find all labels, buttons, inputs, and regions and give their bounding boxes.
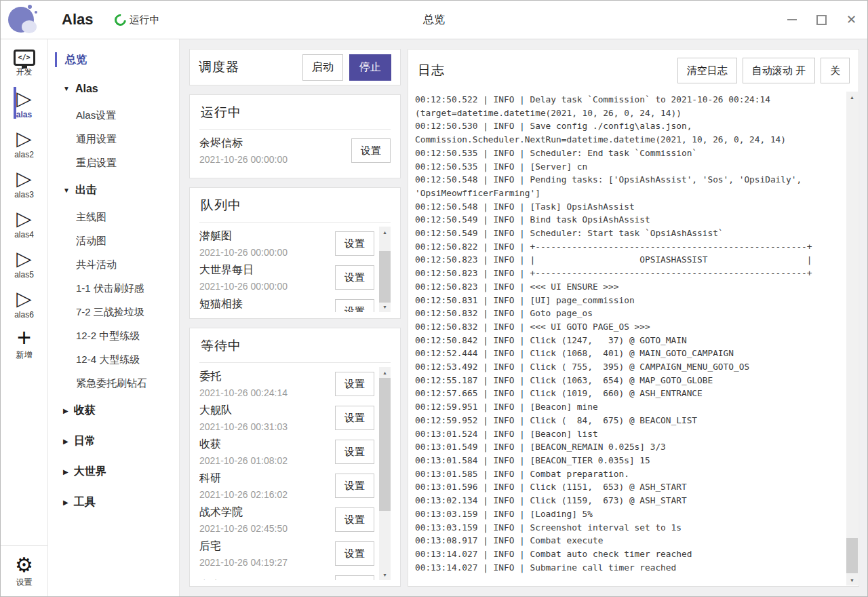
scroll-up-icon[interactable]: ▲ bbox=[846, 92, 858, 102]
scrollbar-thumb[interactable] bbox=[846, 538, 858, 573]
task-settings-button[interactable]: 设置 bbox=[335, 474, 374, 498]
nav-group-大世界[interactable]: ▶大世界 bbox=[48, 457, 179, 487]
nav-sub-Alas设置[interactable]: Alas设置 bbox=[48, 104, 179, 128]
scheduler-stop-button[interactable]: 停止 bbox=[349, 54, 391, 81]
scheduler-panel: 调度器 启动 停止 bbox=[189, 49, 401, 85]
clear-log-button[interactable]: 清空日志 bbox=[677, 58, 737, 83]
play-icon: ▷ bbox=[16, 168, 31, 189]
nav-group-日常[interactable]: ▶日常 bbox=[48, 426, 179, 457]
main-content: 调度器 启动 停止 运行中 余烬信标2021-10-26 00:00:00设置 … bbox=[180, 39, 867, 596]
log-line: 00:12:50.522 | INFO | Delay task `Commis… bbox=[415, 93, 844, 107]
maximize-button[interactable] bbox=[816, 15, 827, 25]
task-info: 潜艇图2021-10-26 00:00:00 bbox=[199, 229, 335, 258]
scroll-up-icon[interactable]: ▲ bbox=[379, 227, 391, 237]
log-line: 00:12:50.549 | INFO | Scheduler: Start t… bbox=[415, 227, 844, 240]
task-settings-button[interactable]: 设置 bbox=[351, 138, 391, 163]
status-text: 运行中 bbox=[129, 14, 159, 26]
waiting-title: 等待中 bbox=[199, 336, 391, 363]
titlebar: Alas 运行中 总览 ✕ bbox=[1, 1, 867, 39]
log-title: 日志 bbox=[418, 62, 445, 79]
sidebar-item-alas2[interactable]: ▷alas2 bbox=[14, 123, 35, 163]
log-line: 00:12:55.187 | INFO | Click (1063, 654) … bbox=[415, 374, 844, 387]
nav-group-Alas[interactable]: ▼Alas bbox=[48, 73, 179, 104]
nav-sub-7-2 三战捡垃圾[interactable]: 7-2 三战捡垃圾 bbox=[48, 301, 179, 324]
log-line: 00:12:50.823 | INFO | <<< UI ENSURE >>> bbox=[415, 280, 844, 294]
sidebar-item-alas4[interactable]: ▷alas4 bbox=[14, 204, 35, 244]
nav-sidebar: 总览▼AlasAlas设置通用设置重启设置▼出击主线图活动图共斗活动1-1 伏击… bbox=[48, 39, 180, 596]
collapsed-arrow-icon: ▶ bbox=[63, 499, 68, 506]
autoscroll-on-button[interactable]: 自动滚动 开 bbox=[743, 58, 815, 83]
profile-sidebar: </>开发▷alas▷alas2▷alas3▷alas4▷alas5▷alas6… bbox=[1, 39, 48, 596]
waiting-scrollbar[interactable]: ▲ ▼ bbox=[379, 367, 391, 580]
task-time: 2021-10-26 04:19:27 bbox=[199, 557, 335, 568]
task-name: 科研 bbox=[199, 471, 335, 486]
task-settings-button[interactable]: 设置 bbox=[335, 440, 374, 464]
task-settings-button[interactable]: 设置 bbox=[335, 507, 374, 532]
scrollbar-thumb[interactable] bbox=[379, 378, 391, 511]
nav-sub-主线图[interactable]: 主线图 bbox=[48, 206, 179, 229]
pending-scrollbar[interactable]: ▲ ▼ bbox=[379, 227, 391, 312]
nav-group-工具[interactable]: ▶工具 bbox=[48, 487, 179, 518]
log-line: 00:12:50.530 | INFO | Save config ./conf… bbox=[415, 119, 844, 133]
nav-sub-活动图[interactable]: 活动图 bbox=[48, 229, 179, 253]
nav-sub-重启设置[interactable]: 重启设置 bbox=[48, 151, 179, 175]
nav-sub-共斗活动[interactable]: 共斗活动 bbox=[48, 253, 179, 277]
log-line: 00:13:03.159 | INFO | Screenshot interva… bbox=[415, 521, 844, 535]
scrollbar-thumb[interactable] bbox=[379, 251, 391, 303]
nav-sub-紧急委托刷钻石[interactable]: 紧急委托刷钻石 bbox=[48, 372, 179, 396]
task-settings-button[interactable]: 设置 bbox=[335, 406, 374, 430]
sidebar-item-alas6[interactable]: ▷alas6 bbox=[14, 284, 35, 324]
task-info: 科研2021-10-26 02:16:02 bbox=[199, 471, 335, 500]
nav-label: 重启设置 bbox=[76, 157, 117, 170]
task-settings-button[interactable]: 设置 bbox=[335, 372, 374, 396]
log-output[interactable]: 00:12:50.522 | INFO | Delay task `Commis… bbox=[415, 92, 844, 585]
task-time: 2021-10-26 00:00:00 bbox=[199, 247, 335, 258]
play-icon: ▷ bbox=[16, 248, 31, 269]
scroll-down-icon[interactable]: ▼ bbox=[846, 575, 858, 585]
log-line: 00:13:03.159 | INFO | [Loading] 5% bbox=[415, 507, 844, 521]
nav-sub-12-2 中型练级[interactable]: 12-2 中型练级 bbox=[48, 324, 179, 348]
nav-group-出击[interactable]: ▼出击 bbox=[48, 175, 179, 206]
task-row: 大舰队2021-10-26 00:31:03设置 bbox=[199, 401, 374, 435]
log-line: 00:12:53.492 | INFO | Click ( 755, 395) … bbox=[415, 360, 844, 374]
task-settings-button[interactable]: 设置 bbox=[335, 265, 374, 290]
nav-item-总览[interactable]: 总览 bbox=[48, 46, 179, 73]
sidebar-item-新增[interactable]: +新增 bbox=[14, 324, 35, 364]
nav-label: Alas bbox=[75, 83, 98, 95]
scroll-down-icon[interactable]: ▼ bbox=[379, 301, 391, 312]
sidebar-item-settings[interactable]: ⚙ 设置 bbox=[1, 545, 47, 596]
task-settings-button[interactable]: 设置 bbox=[335, 541, 374, 566]
task-settings-button[interactable]: 设置 bbox=[335, 575, 374, 580]
nav-label: 共斗活动 bbox=[76, 258, 117, 271]
scroll-down-icon[interactable]: ▼ bbox=[379, 569, 391, 580]
sidebar-item-label: alas4 bbox=[14, 230, 34, 239]
log-scrollbar[interactable]: ▲ ▼ bbox=[846, 92, 858, 585]
sidebar-item-开发[interactable]: </>开发 bbox=[14, 43, 35, 83]
task-row: 潜艇图2021-10-26 00:00:00设置 bbox=[199, 227, 374, 261]
sidebar-item-alas[interactable]: ▷alas bbox=[14, 83, 35, 123]
task-time: 2021-10-26 00:31:03 bbox=[199, 421, 335, 432]
task-row: 余烬信标2021-10-26 00:00:00设置 bbox=[199, 134, 391, 168]
autoscroll-off-button[interactable]: 关 bbox=[821, 58, 850, 83]
pending-title: 队列中 bbox=[199, 195, 391, 223]
log-line: 00:12:50.832 | INFO | <<< UI GOTO PAGE_O… bbox=[415, 320, 844, 334]
log-line: 00:12:59.951 | INFO | [Beacon] mine bbox=[415, 400, 844, 414]
scheduler-start-button[interactable]: 启动 bbox=[302, 54, 343, 81]
sidebar-item-label: alas3 bbox=[14, 190, 34, 199]
task-row: 委托2021-10-26 00:24:14设置 bbox=[199, 367, 374, 401]
nav-sub-12-4 大型练级[interactable]: 12-4 大型练级 bbox=[48, 348, 179, 372]
close-button[interactable]: ✕ bbox=[846, 14, 856, 26]
task-name: 后宅 bbox=[199, 539, 335, 554]
nav-sub-通用设置[interactable]: 通用设置 bbox=[48, 128, 179, 151]
minimize-button[interactable] bbox=[787, 19, 797, 20]
nav-label: 12-4 大型练级 bbox=[76, 353, 140, 366]
task-settings-button[interactable]: 设置 bbox=[335, 231, 374, 256]
sidebar-item-alas5[interactable]: ▷alas5 bbox=[14, 244, 35, 284]
nav-sub-1-1 伏击刷好感[interactable]: 1-1 伏击刷好感 bbox=[48, 277, 179, 301]
task-settings-button[interactable]: 设置 bbox=[335, 299, 374, 312]
log-line: 00:12:50.842 | INFO | Click (1247, 37) @… bbox=[415, 334, 844, 347]
sidebar-item-alas3[interactable]: ▷alas3 bbox=[14, 163, 35, 204]
task-info: 大世界每日2021-10-26 00:00:00 bbox=[199, 263, 335, 292]
nav-group-收获[interactable]: ▶收获 bbox=[48, 396, 179, 426]
scroll-up-icon[interactable]: ▲ bbox=[379, 367, 391, 378]
